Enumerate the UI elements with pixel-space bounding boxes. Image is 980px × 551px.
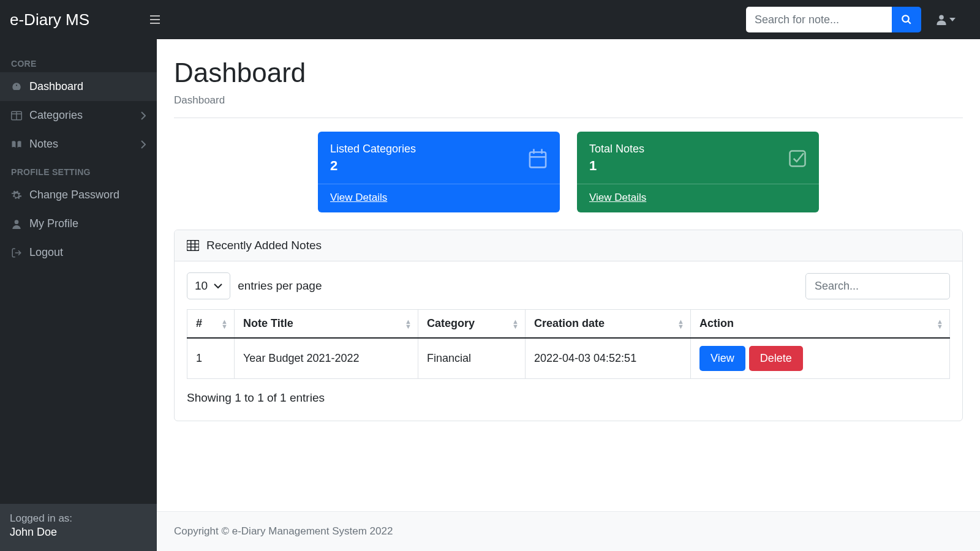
breadcrumb: Dashboard: [174, 94, 963, 118]
col-date[interactable]: Creation date▲▼: [526, 310, 691, 339]
entries-label: entries per page: [238, 279, 322, 293]
cell-action: View Delete: [691, 338, 950, 379]
cell-category: Financial: [418, 338, 526, 379]
col-category[interactable]: Category▲▼: [418, 310, 526, 339]
delete-button[interactable]: Delete: [749, 346, 803, 371]
book-icon: [11, 140, 22, 149]
sidebar-item-categories[interactable]: Categories: [0, 101, 157, 130]
col-number[interactable]: #▲▼: [187, 310, 235, 339]
svg-point-9: [15, 220, 19, 224]
user-icon: [11, 219, 22, 230]
main-content: Dashboard Dashboard Listed Categories 2: [157, 39, 980, 551]
notes-table: #▲▼ Note Title▲▼ Category▲▼ Creation dat…: [187, 309, 950, 379]
bars-icon: [149, 15, 160, 24]
sort-icon: ▲▼: [512, 319, 519, 329]
sidebar-heading-profile: PROFILE SETTING: [0, 159, 157, 181]
sidebar-item-label: Dashboard: [29, 80, 83, 93]
sidebar-item-my-profile[interactable]: My Profile: [0, 209, 157, 238]
sort-icon: ▲▼: [221, 319, 228, 329]
stat-card-notes: Total Notes 1 View Details: [577, 132, 819, 212]
table-icon: [187, 240, 199, 251]
svg-point-3: [902, 15, 909, 22]
gear-icon: [11, 190, 22, 201]
sidebar-item-label: Change Password: [29, 189, 119, 201]
logged-in-label: Logged in as:: [10, 512, 147, 525]
table-row: 1 Year Budget 2021-2022 Financial 2022-0…: [187, 338, 950, 379]
page-title: Dashboard: [174, 58, 963, 88]
col-action[interactable]: Action▲▼: [691, 310, 950, 339]
sidebar-heading-core: CORE: [0, 50, 157, 72]
top-navbar: e-Diary MS: [0, 0, 980, 39]
stat-card-value: 1: [589, 158, 644, 174]
logged-in-user: John Doe: [10, 526, 147, 539]
caret-down-icon: [949, 18, 956, 21]
table-info: Showing 1 to 1 of 1 entries: [187, 391, 950, 405]
sort-icon: ▲▼: [937, 319, 943, 329]
stat-card-label: Total Notes: [589, 143, 644, 156]
entries-per-page-select[interactable]: 10: [187, 272, 230, 299]
recent-notes-title: Recently Added Notes: [206, 239, 322, 252]
columns-icon: [11, 111, 22, 121]
view-button[interactable]: View: [699, 346, 745, 371]
sidebar-item-label: My Profile: [29, 217, 78, 230]
sidebar-item-dashboard[interactable]: Dashboard: [0, 72, 157, 101]
sidebar-item-change-password[interactable]: Change Password: [0, 181, 157, 209]
search-input[interactable]: [746, 7, 892, 32]
user-menu[interactable]: [936, 13, 970, 26]
chevron-down-icon: [214, 283, 222, 289]
svg-rect-16: [187, 241, 199, 251]
stat-card-label: Listed Categories: [330, 143, 416, 156]
stat-card-value: 2: [330, 158, 416, 174]
recent-notes-card: Recently Added Notes 10 entries per page: [174, 230, 963, 421]
stat-card-link[interactable]: View Details: [330, 192, 387, 203]
col-title[interactable]: Note Title▲▼: [235, 310, 418, 339]
sidebar: CORE Dashboard Categories: [0, 39, 157, 551]
sidebar-footer: Logged in as: John Doe: [0, 504, 157, 551]
signout-icon: [11, 247, 22, 258]
search-form: [746, 7, 921, 32]
svg-point-5: [939, 15, 944, 20]
user-icon: [936, 13, 947, 26]
chevron-right-icon: [141, 140, 146, 149]
search-button[interactable]: [892, 7, 921, 32]
svg-rect-11: [530, 152, 546, 167]
check-square-icon: [788, 149, 807, 168]
sidebar-item-label: Logout: [29, 246, 63, 259]
sidebar-item-label: Categories: [29, 109, 83, 122]
calendar-icon: [528, 148, 548, 169]
cell-title: Year Budget 2021-2022: [235, 338, 418, 379]
table-search-input[interactable]: [805, 273, 950, 299]
page-footer: Copyright © e-Diary Management System 20…: [157, 511, 980, 551]
search-icon: [901, 14, 912, 25]
sidebar-item-label: Notes: [29, 138, 58, 151]
brand-title[interactable]: e-Diary MS: [10, 10, 145, 29]
sort-icon: ▲▼: [405, 319, 412, 329]
sidebar-toggle[interactable]: [145, 12, 165, 27]
cell-number: 1: [187, 338, 235, 379]
svg-line-4: [908, 21, 911, 24]
sort-icon: ▲▼: [677, 319, 684, 329]
cell-date: 2022-04-03 04:52:51: [526, 338, 691, 379]
sidebar-item-notes[interactable]: Notes: [0, 130, 157, 159]
sidebar-item-logout[interactable]: Logout: [0, 238, 157, 267]
tachometer-icon: [11, 81, 22, 92]
stat-card-link[interactable]: View Details: [589, 192, 646, 203]
chevron-right-icon: [141, 111, 146, 120]
stat-card-categories: Listed Categories 2 View Details: [318, 132, 560, 212]
